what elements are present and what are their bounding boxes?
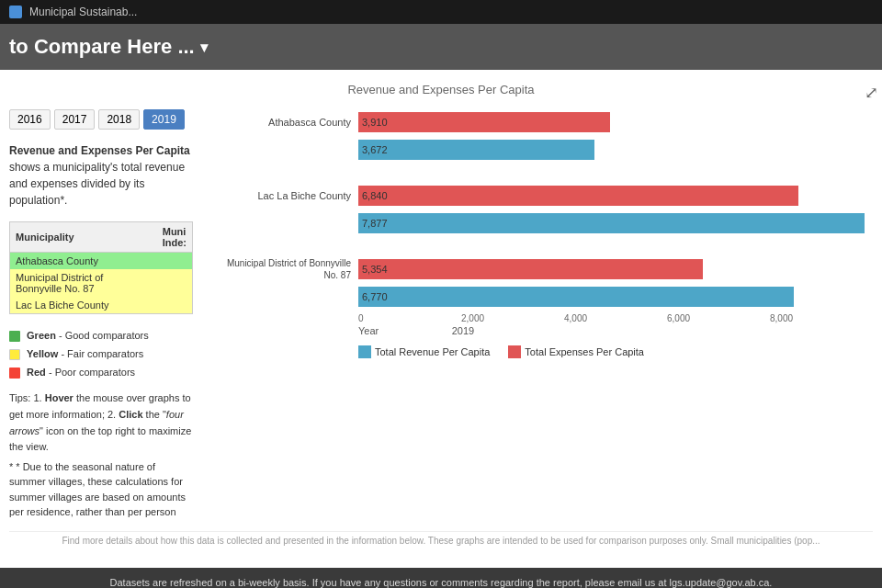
municipality-index-1 [157, 253, 193, 270]
bar-fill-athabasca-expenses: 3,910 [358, 112, 610, 132]
municipality-table: Municipality MuniInde: Athabasca County … [9, 221, 193, 314]
municipality-index-3 [157, 297, 193, 314]
compare-dropdown-button[interactable]: to Compare Here ... ▾ [9, 35, 208, 59]
x-tick-8000: 8,000 [770, 313, 873, 323]
bar-fill-bonnyville-expenses: 5,354 [358, 259, 703, 279]
note-text: * * Due to the seasonal nature of summer… [9, 459, 193, 520]
footer: Datasets are refreshed on a bi-weekly ba… [0, 568, 882, 588]
yellow-desc: - Fair comparators [61, 348, 143, 359]
bar-value-laclabiche-revenue: 7,877 [362, 218, 388, 229]
tip-hover: Hover [45, 392, 74, 403]
bar-value-athabasca-expenses: 3,910 [362, 117, 388, 128]
year-tab-2019[interactable]: 2019 [143, 109, 185, 130]
bar-value-bonnyville-expenses: 5,354 [362, 264, 388, 275]
bar-label-athabasca: Athabasca County [211, 117, 358, 128]
municipality-name-3: Lac La Biche County [10, 297, 157, 314]
red-dot-icon [9, 368, 20, 379]
x-tick-4000: 4,000 [564, 313, 667, 323]
footer-text: Datasets are refreshed on a bi-weekly ba… [110, 577, 773, 588]
municipality-name-2: Municipal District of Bonnyville No. 87 [10, 269, 157, 297]
bar-row-athabasca-revenue: 3,672 [211, 137, 873, 163]
bar-track-athabasca-expenses: 3,910 [358, 112, 873, 132]
legend-yellow: Yellow - Fair comparators [9, 345, 193, 364]
yellow-dot-icon [9, 349, 20, 360]
bar-track-laclabiche-revenue: 7,877 [358, 213, 873, 233]
x-tick-6000: 6,000 [667, 313, 770, 323]
tip-four-arrows: four arrows [9, 409, 184, 436]
red-desc: - Poor comparators [49, 367, 135, 378]
bar-fill-athabasca-revenue: 3,672 [358, 140, 594, 160]
x-tick-0: 0 [358, 313, 461, 323]
table-row: Municipal District of Bonnyville No. 87 [10, 269, 193, 297]
comparator-legend: Green - Good comparators Yellow - Fair c… [9, 327, 193, 381]
bar-row-laclabiche-expenses: Lac La Biche County 6,840 [211, 183, 873, 209]
bar-row-athabasca-expenses: Athabasca County 3,910 [211, 109, 873, 135]
year-tab-2016[interactable]: 2016 [9, 109, 51, 130]
red-label: Red [27, 367, 46, 378]
year-tab-2018[interactable]: 2018 [98, 109, 140, 130]
bar-track-athabasca-revenue: 3,672 [358, 140, 873, 160]
chart-group-laclabiche: Lac La Biche County 6,840 7,877 [211, 183, 873, 236]
favicon-icon [9, 6, 22, 18]
bar-label-bonnyville: Municipal District of Bonnyville No. 87 [211, 257, 358, 281]
legend-item-revenue: Total Revenue Per Capita [358, 345, 490, 358]
bar-track-bonnyville-expenses: 5,354 [358, 259, 873, 279]
description-rest: shows a municipality's total revenue and… [9, 161, 185, 207]
bar-value-laclabiche-expenses: 6,840 [362, 190, 388, 201]
maximize-icon: ⤢ [865, 84, 878, 102]
legend-item-expenses: Total Expenses Per Capita [508, 345, 644, 358]
bars-athabasca: Athabasca County 3,910 3,672 [211, 109, 873, 163]
legend-green: Green - Good comparators [9, 327, 193, 345]
bar-track-bonnyville-revenue: 6,770 [358, 287, 873, 307]
bar-fill-laclabiche-expenses: 6,840 [358, 186, 798, 206]
bar-row-laclabiche-revenue: 7,877 [211, 210, 873, 236]
municipality-name-1: Athabasca County [10, 253, 157, 270]
yellow-label: Yellow [27, 348, 58, 359]
expenses-legend-label: Total Expenses Per Capita [525, 346, 644, 357]
revenue-swatch-icon [358, 345, 371, 358]
note-content: * Due to the seasonal nature of summer v… [9, 461, 186, 518]
chart-title: Revenue and Expenses Per Capita [0, 70, 882, 100]
revenue-legend-label: Total Revenue Per Capita [375, 346, 490, 357]
scroll-hint-text: Find more details about how this data is… [9, 531, 873, 549]
bar-row-bonnyville-expenses: Municipal District of Bonnyville No. 87 … [211, 256, 873, 282]
bar-label-laclabiche: Lac La Biche County [211, 190, 358, 201]
bar-fill-bonnyville-revenue: 6,770 [358, 287, 794, 307]
x-tick-2000: 2,000 [461, 313, 564, 323]
year-tab-2017[interactable]: 2017 [54, 109, 96, 130]
tips-text: Tips: 1. Hover the mouse over graphs to … [9, 390, 193, 455]
title-bar: Municipal Sustainab... [0, 0, 882, 24]
bar-value-bonnyville-revenue: 6,770 [362, 291, 388, 302]
year-tabs: 2016 2017 2018 2019 [9, 109, 193, 130]
expenses-swatch-icon [508, 345, 521, 358]
bar-value-athabasca-revenue: 3,672 [362, 144, 388, 155]
table-header-index: MuniInde: [157, 222, 193, 253]
bar-row-bonnyville-revenue: 6,770 [211, 284, 873, 310]
description-bold: Revenue and Expenses Per Capita [9, 144, 190, 157]
green-dot-icon [9, 331, 20, 342]
description: Revenue and Expenses Per Capita shows a … [9, 142, 193, 209]
municipality-index-2 [157, 269, 193, 297]
bar-fill-laclabiche-revenue: 7,877 [358, 213, 865, 233]
compare-dropdown-label: to Compare Here ... [9, 35, 195, 59]
chart-legend: Total Revenue Per Capita Total Expenses … [358, 345, 873, 358]
year-axis-label: Year 2019 [358, 325, 616, 336]
chart-group-athabasca: Athabasca County 3,910 3,672 [211, 109, 873, 163]
legend-red: Red - Poor comparators [9, 364, 193, 382]
table-header-municipality: Municipality [10, 222, 157, 253]
dropdown-bar: to Compare Here ... ▾ [0, 24, 882, 70]
green-label: Green [27, 330, 56, 341]
dropdown-arrow-icon: ▾ [200, 39, 208, 56]
content-area: 2016 2017 2018 2019 Revenue and Expenses… [0, 100, 882, 524]
green-desc: - Good comparators [59, 330, 149, 341]
page-title: Municipal Sustainab... [29, 6, 137, 18]
chart-area: Athabasca County 3,910 3,672 [202, 109, 873, 524]
bar-chart: Athabasca County 3,910 3,672 [211, 109, 873, 358]
table-row: Athabasca County [10, 253, 193, 270]
bars-bonnyville: Municipal District of Bonnyville No. 87 … [211, 256, 873, 310]
axis-labels: Year 2019 [358, 325, 873, 336]
tip-click: Click [119, 409, 142, 420]
bars-laclabiche: Lac La Biche County 6,840 7,877 [211, 183, 873, 236]
scroll-hint-area: Find more details about how this data is… [0, 524, 882, 549]
table-row: Lac La Biche County [10, 297, 193, 314]
